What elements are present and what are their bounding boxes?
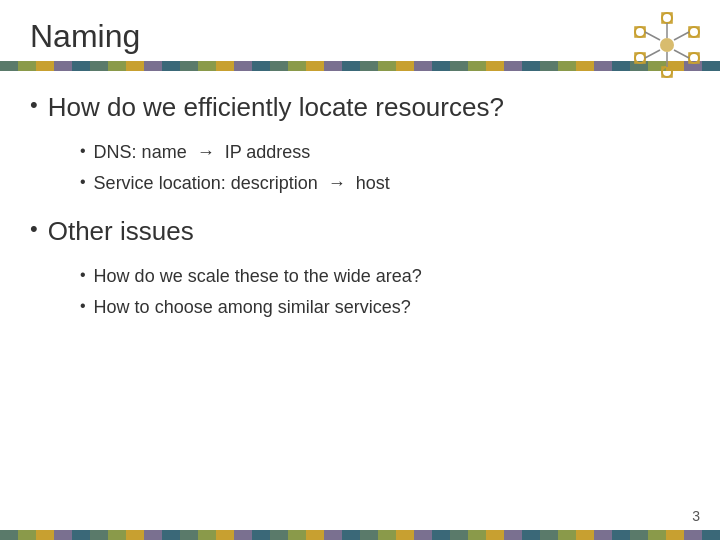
bullet-dot-1: • <box>30 91 38 120</box>
svg-point-4 <box>689 53 699 63</box>
sub-bullet-text-1a: DNS: name → IP address <box>94 139 311 166</box>
main-bullet-1: • How do we efficiently locate resources… <box>30 91 690 125</box>
sub-bullet-text-2b: How to choose among similar services? <box>94 294 411 321</box>
page-number: 3 <box>692 508 700 524</box>
svg-point-8 <box>635 53 645 63</box>
svg-line-18 <box>645 32 660 40</box>
svg-point-10 <box>635 27 645 37</box>
sub-bullets-2: • How do we scale these to the wide area… <box>80 263 690 321</box>
bullet-dot-2: • <box>30 215 38 244</box>
svg-point-6 <box>662 67 672 77</box>
sub-bullet-2a: • How do we scale these to the wide area… <box>80 263 690 290</box>
svg-line-14 <box>674 32 689 40</box>
svg-point-0 <box>662 13 672 23</box>
sub-bullets-1: • DNS: name → IP address • Service locat… <box>80 139 690 197</box>
decorative-bar-top <box>0 61 720 71</box>
svg-line-17 <box>645 50 660 58</box>
sub-bullet-2b: • How to choose among similar services? <box>80 294 690 321</box>
sub-bullet-text-1b: Service location: description → host <box>94 170 390 197</box>
svg-point-2 <box>689 27 699 37</box>
sub-bullet-1a: • DNS: name → IP address <box>80 139 690 166</box>
svg-line-15 <box>674 50 689 58</box>
main-bullet-2: • Other issues <box>30 215 690 249</box>
slide-content: • How do we efficiently locate resources… <box>0 71 720 530</box>
svg-point-12 <box>660 38 674 52</box>
network-icon <box>632 10 702 80</box>
slide: Naming <box>0 0 720 540</box>
slide-title: Naming <box>0 0 720 61</box>
bullet-text-2: Other issues <box>48 215 194 249</box>
bullet-text-1: How do we efficiently locate resources? <box>48 91 504 125</box>
decorative-bar-bottom <box>0 530 720 540</box>
sub-bullet-1b: • Service location: description → host <box>80 170 690 197</box>
sub-bullet-text-2a: How do we scale these to the wide area? <box>94 263 422 290</box>
